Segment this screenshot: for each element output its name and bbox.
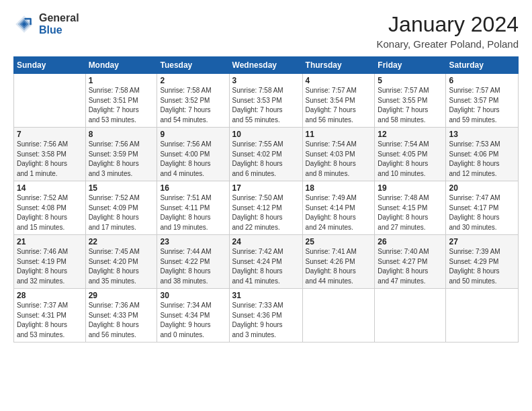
table-row: 8Sunrise: 7:56 AMSunset: 3:59 PMDaylight… — [85, 128, 157, 181]
table-row: 10Sunrise: 7:55 AMSunset: 4:02 PMDayligh… — [229, 128, 302, 181]
table-row: 4Sunrise: 7:57 AMSunset: 3:54 PMDaylight… — [302, 74, 375, 128]
day-info: Sunrise: 7:52 AMSunset: 4:08 PMDaylight:… — [17, 193, 83, 232]
day-number: 5 — [378, 76, 443, 85]
logo-blue-text: Blue — [39, 24, 79, 36]
day-number: 27 — [449, 237, 515, 246]
day-number: 30 — [160, 291, 226, 300]
table-row: 2Sunrise: 7:58 AMSunset: 3:52 PMDaylight… — [157, 74, 229, 128]
day-number: 20 — [449, 183, 515, 193]
table-row — [302, 289, 375, 342]
calendar-header-row: Sunday Monday Tuesday Wednesday Thursday… — [14, 57, 519, 74]
day-number: 4 — [306, 76, 372, 85]
table-row: 22Sunrise: 7:45 AMSunset: 4:20 PMDayligh… — [85, 235, 157, 289]
day-info: Sunrise: 7:42 AMSunset: 4:24 PMDaylight:… — [232, 247, 300, 286]
main-title: January 2024 — [376, 12, 519, 37]
day-number: 24 — [232, 237, 300, 246]
day-info: Sunrise: 7:57 AMSunset: 3:57 PMDaylight:… — [449, 86, 515, 125]
day-info: Sunrise: 7:58 AMSunset: 3:52 PMDaylight:… — [160, 86, 226, 125]
table-row: 17Sunrise: 7:50 AMSunset: 4:12 PMDayligh… — [229, 181, 302, 235]
day-number: 18 — [306, 183, 372, 193]
week-row-2: 7Sunrise: 7:56 AMSunset: 3:58 PMDaylight… — [14, 128, 519, 181]
day-number: 22 — [89, 237, 154, 246]
day-info: Sunrise: 7:45 AMSunset: 4:20 PMDaylight:… — [89, 247, 154, 286]
day-info: Sunrise: 7:50 AMSunset: 4:12 PMDaylight:… — [232, 193, 300, 232]
day-number: 19 — [378, 183, 443, 193]
calendar-table: Sunday Monday Tuesday Wednesday Thursday… — [13, 56, 519, 342]
day-number: 21 — [17, 237, 83, 246]
table-row: 27Sunrise: 7:39 AMSunset: 4:29 PMDayligh… — [446, 235, 519, 289]
table-row — [375, 289, 446, 342]
day-number: 3 — [232, 76, 300, 85]
logo: General Blue — [13, 12, 79, 36]
table-row: 25Sunrise: 7:41 AMSunset: 4:26 PMDayligh… — [302, 235, 375, 289]
day-info: Sunrise: 7:51 AMSunset: 4:11 PMDaylight:… — [160, 193, 226, 232]
day-info: Sunrise: 7:56 AMSunset: 3:59 PMDaylight:… — [89, 140, 154, 179]
day-number: 17 — [232, 183, 300, 193]
day-number: 8 — [89, 130, 154, 139]
day-number: 2 — [160, 76, 226, 85]
day-number: 12 — [378, 130, 443, 139]
day-info: Sunrise: 7:55 AMSunset: 4:02 PMDaylight:… — [232, 140, 300, 179]
day-info: Sunrise: 7:53 AMSunset: 4:06 PMDaylight:… — [449, 140, 515, 179]
day-number: 11 — [306, 130, 372, 139]
day-number: 26 — [378, 237, 443, 246]
table-row: 13Sunrise: 7:53 AMSunset: 4:06 PMDayligh… — [446, 128, 519, 181]
day-info: Sunrise: 7:57 AMSunset: 3:54 PMDaylight:… — [306, 86, 372, 125]
table-row: 1Sunrise: 7:58 AMSunset: 3:51 PMDaylight… — [85, 74, 157, 128]
day-info: Sunrise: 7:49 AMSunset: 4:14 PMDaylight:… — [306, 193, 372, 232]
title-block: January 2024 Konary, Greater Poland, Pol… — [376, 12, 519, 50]
day-info: Sunrise: 7:46 AMSunset: 4:19 PMDaylight:… — [17, 247, 83, 286]
day-number: 25 — [306, 237, 372, 246]
day-info: Sunrise: 7:39 AMSunset: 4:29 PMDaylight:… — [449, 247, 515, 286]
day-number: 23 — [160, 237, 226, 246]
day-number: 10 — [232, 130, 300, 139]
table-row: 20Sunrise: 7:47 AMSunset: 4:17 PMDayligh… — [446, 181, 519, 235]
col-sunday: Sunday — [14, 57, 86, 74]
col-wednesday: Wednesday — [229, 57, 302, 74]
logo-general-text: General — [39, 12, 79, 24]
week-row-3: 14Sunrise: 7:52 AMSunset: 4:08 PMDayligh… — [14, 181, 519, 235]
table-row: 21Sunrise: 7:46 AMSunset: 4:19 PMDayligh… — [14, 235, 86, 289]
day-info: Sunrise: 7:54 AMSunset: 4:05 PMDaylight:… — [378, 140, 443, 179]
day-number: 15 — [89, 183, 154, 193]
day-info: Sunrise: 7:34 AMSunset: 4:34 PMDaylight:… — [160, 301, 226, 340]
day-info: Sunrise: 7:40 AMSunset: 4:27 PMDaylight:… — [378, 247, 443, 286]
day-info: Sunrise: 7:58 AMSunset: 3:51 PMDaylight:… — [89, 86, 154, 125]
table-row: 28Sunrise: 7:37 AMSunset: 4:31 PMDayligh… — [14, 289, 86, 342]
day-number: 31 — [232, 291, 300, 300]
table-row: 29Sunrise: 7:36 AMSunset: 4:33 PMDayligh… — [85, 289, 157, 342]
table-row: 5Sunrise: 7:57 AMSunset: 3:55 PMDaylight… — [375, 74, 446, 128]
page: General Blue January 2024 Konary, Greate… — [0, 0, 532, 411]
table-row — [446, 289, 519, 342]
day-info: Sunrise: 7:58 AMSunset: 3:53 PMDaylight:… — [232, 86, 300, 125]
day-info: Sunrise: 7:54 AMSunset: 4:03 PMDaylight:… — [306, 140, 372, 179]
day-info: Sunrise: 7:47 AMSunset: 4:17 PMDaylight:… — [449, 193, 515, 232]
day-info: Sunrise: 7:56 AMSunset: 4:00 PMDaylight:… — [160, 140, 226, 179]
day-info: Sunrise: 7:44 AMSunset: 4:22 PMDaylight:… — [160, 247, 226, 286]
day-info: Sunrise: 7:36 AMSunset: 4:33 PMDaylight:… — [89, 301, 154, 340]
day-number: 28 — [17, 291, 83, 300]
day-info: Sunrise: 7:56 AMSunset: 3:58 PMDaylight:… — [17, 140, 83, 179]
table-row: 3Sunrise: 7:58 AMSunset: 3:53 PMDaylight… — [229, 74, 302, 128]
table-row: 15Sunrise: 7:52 AMSunset: 4:09 PMDayligh… — [85, 181, 157, 235]
table-row: 6Sunrise: 7:57 AMSunset: 3:57 PMDaylight… — [446, 74, 519, 128]
table-row — [14, 74, 86, 128]
day-number: 9 — [160, 130, 226, 139]
col-tuesday: Tuesday — [157, 57, 229, 74]
table-row: 11Sunrise: 7:54 AMSunset: 4:03 PMDayligh… — [302, 128, 375, 181]
day-number: 6 — [449, 76, 515, 85]
logo-text: General Blue — [39, 12, 79, 36]
table-row: 16Sunrise: 7:51 AMSunset: 4:11 PMDayligh… — [157, 181, 229, 235]
col-friday: Friday — [375, 57, 446, 74]
col-saturday: Saturday — [446, 57, 519, 74]
week-row-5: 28Sunrise: 7:37 AMSunset: 4:31 PMDayligh… — [14, 289, 519, 342]
day-info: Sunrise: 7:37 AMSunset: 4:31 PMDaylight:… — [17, 301, 83, 340]
table-row: 23Sunrise: 7:44 AMSunset: 4:22 PMDayligh… — [157, 235, 229, 289]
week-row-4: 21Sunrise: 7:46 AMSunset: 4:19 PMDayligh… — [14, 235, 519, 289]
table-row: 14Sunrise: 7:52 AMSunset: 4:08 PMDayligh… — [14, 181, 86, 235]
week-row-1: 1Sunrise: 7:58 AMSunset: 3:51 PMDaylight… — [14, 74, 519, 128]
day-info: Sunrise: 7:41 AMSunset: 4:26 PMDaylight:… — [306, 247, 372, 286]
day-number: 1 — [89, 76, 154, 85]
day-number: 13 — [449, 130, 515, 139]
col-thursday: Thursday — [302, 57, 375, 74]
